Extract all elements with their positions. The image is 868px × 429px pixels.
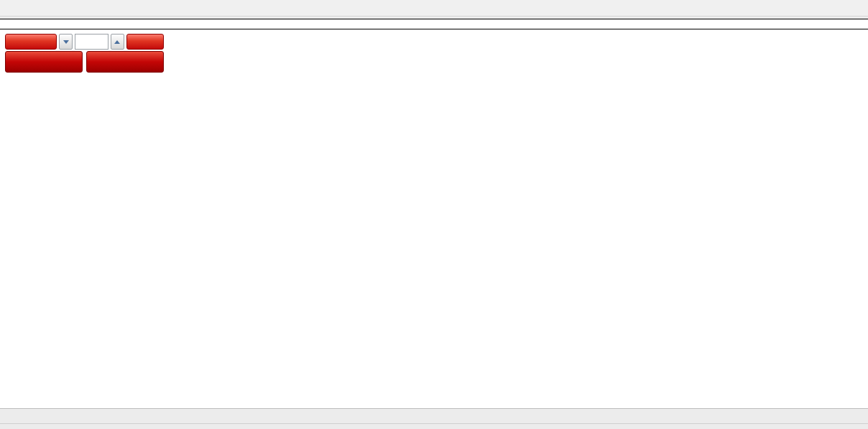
volume-increase-button[interactable]	[111, 34, 124, 50]
status-strip	[0, 423, 868, 429]
buy-button[interactable]	[126, 34, 164, 50]
sell-price-button[interactable]	[5, 51, 83, 73]
chevron-up-icon	[114, 40, 120, 44]
main-chart-canvas[interactable]	[0, 29, 868, 408]
sell-button[interactable]	[5, 34, 57, 50]
one-click-trading-panel	[5, 34, 164, 73]
timeframe-toolbar	[0, 0, 868, 17]
buy-price-button[interactable]	[86, 51, 164, 73]
terminal-window	[0, 0, 868, 429]
chart-title-bar	[0, 19, 868, 29]
chart-stage	[0, 29, 868, 408]
chevron-down-icon	[63, 40, 69, 44]
volume-input[interactable]	[75, 34, 108, 50]
chart-tab-bar	[0, 408, 868, 423]
volume-decrease-button[interactable]	[59, 34, 73, 50]
